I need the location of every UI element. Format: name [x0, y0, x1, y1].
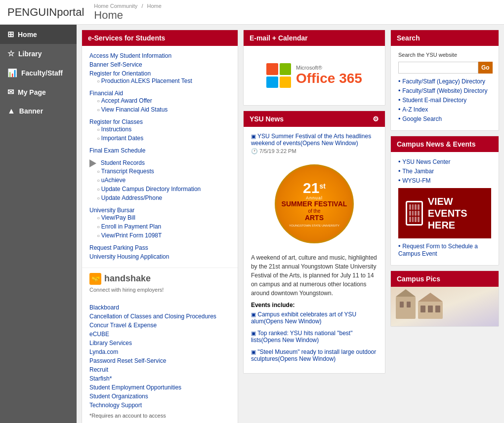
link-student-email-dir[interactable]: Student E-mail Directory [402, 97, 466, 104]
office365-logo: Microsoft® Office 365 [266, 63, 362, 88]
news-timestamp: 7/5/19 3:22 PM [259, 148, 296, 154]
link-view-financial[interactable]: View Financial Aid Status [101, 106, 168, 113]
sidebar-label-library: Library [18, 50, 42, 58]
link-faculty-web-dir[interactable]: Faculty/Staff (Website) Directory [402, 87, 487, 94]
list-item: Student E-mail Directory [398, 96, 491, 104]
link-schedule-event[interactable]: Request Form to Schedule a Campus Event [398, 243, 478, 257]
list-item: Password Reset Self-Service [89, 357, 230, 364]
list-item: uAchieve [97, 176, 230, 184]
festival-st: st [319, 183, 325, 190]
link-tech-support[interactable]: Technology Support [89, 402, 142, 409]
link-jambar[interactable]: The Jambar [402, 168, 434, 175]
link-ysu-news-center[interactable]: YSU News Center [402, 158, 450, 165]
link-az-index[interactable]: A-Z Index [402, 106, 428, 113]
link-payment-plan[interactable]: Enroll in Payment Plan [101, 223, 161, 230]
link-bursar[interactable]: University Bursar [89, 207, 134, 214]
campus-news-body: YSU News Center The Jambar WYSU-FM [391, 152, 499, 265]
list-item: Enroll in Payment Plan [97, 223, 230, 230]
link-concur[interactable]: Concur Travel & Expense [89, 322, 157, 329]
eservices-list: Access My Student Information Banner Sel… [89, 52, 230, 260]
list-item: Recruit [89, 366, 230, 373]
link-student-orgs[interactable]: Student Organizations [89, 393, 148, 400]
link-starfish[interactable]: Starfish* [89, 375, 112, 382]
link-blackboard[interactable]: Blackboard [89, 304, 119, 311]
news-link-1[interactable]: YSU Summer Festival of the Arts headline… [251, 133, 371, 147]
o365-orange-sq [266, 63, 278, 75]
link-student-employment[interactable]: Student Employment Opportunities [89, 384, 181, 391]
page-title-area: Home Community / Home Home [94, 3, 162, 22]
sidebar-item-home[interactable]: ⊞ Home [0, 25, 77, 44]
schedule-link-list: Request Form to Schedule a Campus Event [398, 242, 491, 257]
link-cancellation[interactable]: Cancellation of Classes and Closing Proc… [89, 313, 216, 320]
link-student-records[interactable]: Student Records [101, 159, 145, 166]
link-lynda[interactable]: Lynda.com [89, 348, 118, 355]
link-password-reset[interactable]: Password Reset Self-Service [89, 357, 166, 364]
link-accept-award[interactable]: Accept Award Offer [101, 97, 152, 104]
search-go-button[interactable]: Go [478, 62, 493, 74]
office365-container[interactable]: Microsoft® Office 365 [244, 46, 385, 105]
campus-image-svg [391, 287, 499, 326]
list-item: Student Employment Opportunities [89, 384, 230, 391]
left-column: e-Services for Students Access My Studen… [82, 30, 238, 418]
list-item: Google Search [398, 115, 491, 122]
gear-icon[interactable]: ⚙ [373, 115, 379, 123]
list-item: Banner Self-Service [89, 61, 230, 68]
link-library[interactable]: Library Services [89, 340, 132, 346]
link-register-orientation[interactable]: Register for Orientation [89, 70, 151, 77]
logo[interactable]: PENGUINportal [7, 6, 84, 19]
list-item: The Jambar [398, 167, 491, 175]
link-update-directory[interactable]: Update Campus Directory Information [101, 186, 201, 192]
eservices-body: Access My Student Information Banner Sel… [82, 46, 238, 268]
link-housing[interactable]: University Housing Application [89, 253, 169, 260]
cal-cell [418, 217, 420, 222]
sidebar-label-banner: Banner [19, 107, 43, 115]
cal-cell [418, 204, 420, 210]
list-item: Financial Aid Accept Award Offer View Fi… [89, 89, 230, 113]
sidebar-item-faculty-staff[interactable]: 📊 Faculty/Staff [0, 63, 77, 82]
news-link-2[interactable]: Campus exhibit celebrates art of YSU alu… [251, 311, 356, 325]
sidebar-item-my-page[interactable]: ✉ My Page [0, 82, 77, 102]
link-important-dates[interactable]: Important Dates [101, 135, 143, 142]
sidebar-item-library[interactable]: ☆ Library [0, 44, 77, 63]
link-faculty-legacy-dir[interactable]: Faculty/Staff (Legacy) Directory [402, 78, 485, 85]
link-register-classes[interactable]: Register for Classes [89, 118, 143, 125]
link-banner-self[interactable]: Banner Self-Service [89, 61, 142, 68]
link-financial-aid[interactable]: Financial Aid [89, 90, 123, 97]
news-link-3[interactable]: Top ranked: YSU hits national "best" lis… [251, 330, 353, 344]
list-item: Transcript Requests [97, 167, 230, 175]
link-uachieve[interactable]: uAchieve [101, 177, 126, 184]
link-ecube[interactable]: eCUBE [89, 331, 109, 338]
o365-yellow-sq [280, 77, 292, 88]
office365-text: Microsoft® Office 365 [296, 65, 362, 86]
search-input[interactable] [398, 62, 478, 74]
ysu-news-title: YSU News [250, 115, 284, 123]
campus-pics-card: Campus Pics [390, 270, 499, 327]
link-google-search[interactable]: Google Search [402, 115, 442, 122]
list-item: Instructions [97, 125, 230, 133]
email-calendar-card: E-mail + Calendar Microsoft® Office 365 [243, 30, 385, 106]
campus-pics-title: Campus Pics [397, 275, 440, 283]
link-instructions[interactable]: Instructions [101, 126, 131, 133]
svg-rect-1 [396, 297, 416, 319]
link-update-address[interactable]: Update Address/Phone [101, 194, 162, 201]
link-access-student[interactable]: Access My Student Information [89, 52, 171, 59]
link-aleks[interactable]: Production ALEKS Placement Test [101, 77, 192, 84]
breadcrumb-home[interactable]: Home Community [94, 3, 137, 9]
list-item: View Financial Aid Status [97, 106, 230, 113]
link-parking[interactable]: Request Parking Pass [89, 244, 148, 251]
link-recruit[interactable]: Recruit [89, 366, 108, 373]
link-transcript[interactable]: Transcript Requests [101, 168, 154, 175]
cal-cell [412, 204, 414, 210]
news-link-4[interactable]: "Steel Museum" ready to install large ou… [251, 348, 376, 362]
link-1098t[interactable]: View/Print Form 1098T [101, 232, 162, 239]
sub-list: View/Pay Bill Enroll in Payment Plan Vie… [97, 214, 230, 239]
link-pay-bill[interactable]: View/Pay Bill [101, 214, 135, 221]
link-final-exam[interactable]: Final Exam Schedule [89, 147, 145, 154]
view-events-banner[interactable]: VIEW EVENTS HERE [398, 188, 491, 238]
list-item: Access My Student Information [89, 52, 230, 59]
list-item: Faculty/Staff (Website) Directory [398, 87, 491, 94]
link-wysu[interactable]: WYSU-FM [402, 177, 430, 184]
sidebar-item-banner[interactable]: ▲ Banner [0, 102, 77, 120]
handshake-logo: 🤝 handshake [89, 273, 230, 285]
cal-cell [409, 211, 411, 216]
